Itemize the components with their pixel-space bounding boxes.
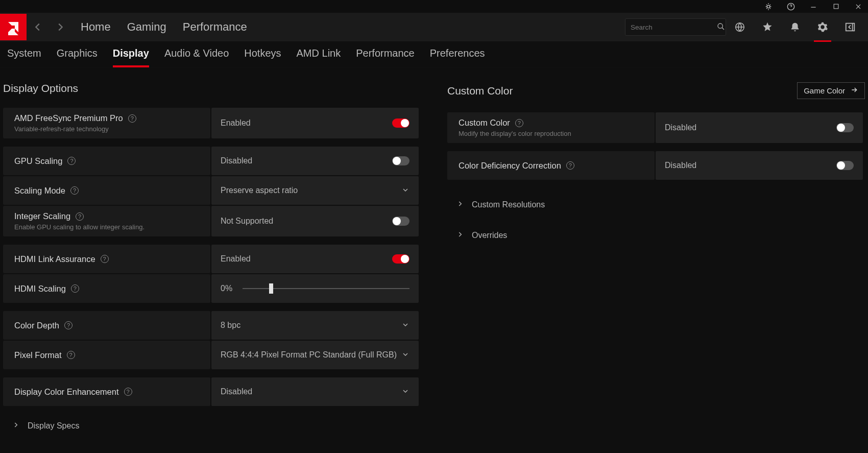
deficiency-value-cell[interactable]: Disabled: [656, 151, 863, 180]
gpu-scaling-value-cell[interactable]: Disabled: [211, 147, 419, 175]
svg-point-3: [718, 23, 722, 28]
minimize-button[interactable]: [807, 2, 820, 12]
color-enhance-dropdown[interactable]: Disabled: [211, 377, 419, 406]
forward-button[interactable]: [49, 13, 71, 41]
custom-color-label-cell: Custom Color ? Modify the display's colo…: [447, 112, 655, 143]
freesync-label: AMD FreeSync Premium Pro: [14, 113, 123, 123]
search-icon[interactable]: [717, 22, 725, 32]
deficiency-value: Disabled: [665, 161, 696, 170]
row-hdmi-link: HDMI Link Assurance ? Enabled: [3, 245, 422, 273]
tab-hotkeys[interactable]: Hotkeys: [244, 47, 281, 67]
maximize-button[interactable]: [829, 2, 842, 12]
color-depth-label-cell: Color Depth ?: [3, 311, 210, 340]
gpu-scaling-toggle[interactable]: [392, 156, 409, 165]
help-icon[interactable]: ?: [64, 321, 73, 329]
deficiency-label: Color Deficiency Correction: [459, 161, 561, 171]
settings-icon[interactable]: [816, 20, 829, 34]
pixel-format-label-cell: Pixel Format ?: [3, 341, 210, 369]
integer-scaling-sub: Enable GPU scaling to allow integer scal…: [14, 223, 144, 231]
tab-performance[interactable]: Performance: [356, 47, 415, 67]
bug-icon[interactable]: [762, 2, 775, 12]
back-button[interactable]: [27, 13, 49, 41]
chevron-right-icon: [456, 231, 464, 240]
hdmi-link-toggle[interactable]: [392, 254, 409, 264]
web-icon[interactable]: [733, 20, 746, 34]
nav-gaming[interactable]: Gaming: [127, 20, 166, 34]
freesync-label-cell: AMD FreeSync Premium Pro ? Variable-refr…: [3, 108, 210, 138]
tab-amd-link[interactable]: AMD Link: [297, 47, 341, 67]
notifications-icon[interactable]: [788, 20, 802, 34]
help-icon[interactable]: [784, 2, 798, 12]
help-icon[interactable]: ?: [67, 157, 76, 165]
help-icon[interactable]: ?: [566, 161, 574, 170]
hdmi-scaling-value-cell[interactable]: 0%: [211, 274, 419, 303]
custom-color-toggle[interactable]: [836, 123, 854, 132]
color-enhance-label-cell: Display Color Enhancement ?: [3, 377, 210, 406]
help-icon[interactable]: ?: [76, 212, 84, 221]
integer-scaling-value: Not Supported: [221, 217, 273, 226]
close-button[interactable]: [852, 2, 865, 12]
tab-graphics[interactable]: Graphics: [57, 47, 98, 67]
help-icon[interactable]: ?: [515, 119, 523, 127]
chevron-right-icon: [456, 200, 464, 209]
pixel-format-value: RGB 4:4:4 Pixel Format PC Standard (Full…: [221, 350, 397, 360]
integer-scaling-value-cell[interactable]: Not Supported: [211, 206, 419, 236]
help-icon[interactable]: ?: [67, 351, 75, 359]
pixel-format-dropdown[interactable]: RGB 4:4:4 Pixel Format PC Standard (Full…: [211, 341, 419, 369]
freesync-sub: Variable-refresh-rate technology: [14, 125, 136, 133]
main-header: Home Gaming Performance: [0, 13, 868, 41]
hdmi-scaling-slider[interactable]: [243, 288, 409, 289]
overrides-expander[interactable]: Overrides: [447, 225, 865, 246]
content: Display Options AMD FreeSync Premium Pro…: [0, 68, 868, 437]
custom-color-panel: Custom Color Game Color Custom Color ? M…: [447, 82, 865, 437]
scaling-mode-dropdown[interactable]: Preserve aspect ratio: [211, 176, 419, 205]
gpu-scaling-label: GPU Scaling: [14, 156, 62, 166]
hdmi-link-value-cell[interactable]: Enabled: [211, 245, 419, 273]
hdmi-link-label: HDMI Link Assurance: [14, 254, 95, 264]
tab-audio-video[interactable]: Audio & Video: [164, 47, 229, 67]
hdmi-scaling-label-cell: HDMI Scaling ?: [3, 274, 210, 303]
favorites-icon[interactable]: [761, 20, 774, 34]
help-icon[interactable]: ?: [70, 186, 79, 195]
search-input[interactable]: [631, 23, 717, 31]
color-depth-value: 8 bpc: [221, 321, 240, 330]
custom-resolutions-expander[interactable]: Custom Resolutions: [447, 194, 865, 216]
color-enhance-value: Disabled: [221, 387, 252, 396]
scaling-mode-value: Preserve aspect ratio: [221, 186, 298, 195]
deficiency-label-cell: Color Deficiency Correction ?: [447, 151, 655, 180]
svg-rect-2: [834, 4, 838, 9]
nav-performance[interactable]: Performance: [183, 20, 247, 34]
chevron-down-icon: [401, 350, 409, 360]
tab-display[interactable]: Display: [113, 47, 149, 67]
amd-logo[interactable]: [0, 14, 27, 40]
display-specs-expander[interactable]: Display Specs: [3, 415, 422, 437]
row-scaling-mode: Scaling Mode ? Preserve aspect ratio: [3, 176, 422, 205]
help-icon[interactable]: ?: [124, 388, 132, 396]
custom-color-label: Custom Color: [459, 118, 510, 128]
help-icon[interactable]: ?: [71, 284, 79, 293]
tab-system[interactable]: System: [7, 47, 41, 67]
custom-color-sub: Modify the display's color reproduction: [459, 130, 571, 137]
svg-rect-5: [846, 23, 855, 31]
gpu-scaling-value: Disabled: [221, 156, 252, 165]
custom-color-title: Custom Color: [447, 85, 513, 97]
freesync-toggle[interactable]: [392, 118, 409, 128]
slider-thumb[interactable]: [269, 283, 273, 294]
hdmi-link-value: Enabled: [221, 254, 251, 264]
custom-color-value-cell[interactable]: Disabled: [656, 112, 863, 143]
sidebar-collapse-icon[interactable]: [843, 20, 857, 34]
integer-scaling-toggle[interactable]: [392, 217, 409, 226]
freesync-value: Enabled: [221, 118, 251, 128]
nav-home[interactable]: Home: [81, 20, 111, 34]
deficiency-toggle[interactable]: [836, 161, 854, 170]
display-specs-label: Display Specs: [28, 421, 79, 431]
color-depth-dropdown[interactable]: 8 bpc: [211, 311, 419, 340]
help-icon[interactable]: ?: [128, 114, 136, 123]
search-box[interactable]: [625, 18, 726, 36]
help-icon[interactable]: ?: [101, 255, 109, 263]
integer-scaling-label-cell: Integer Scaling ? Enable GPU scaling to …: [3, 206, 210, 236]
game-color-button[interactable]: Game Color: [797, 82, 865, 99]
freesync-value-cell[interactable]: Enabled: [211, 108, 419, 138]
tab-preferences[interactable]: Preferences: [430, 47, 485, 67]
game-color-label: Game Color: [804, 86, 845, 95]
